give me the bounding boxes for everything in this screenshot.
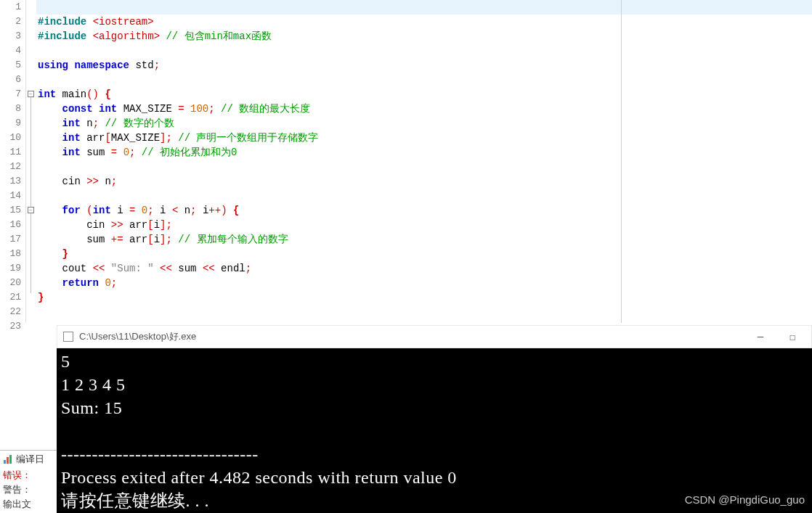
code-line[interactable]: cin >> n;: [36, 174, 812, 189]
bottom-status-panel: 编译日 错误： 警告： 输出文: [0, 450, 57, 512]
svg-rect-2: [9, 455, 12, 464]
line-number: 15: [0, 203, 21, 218]
code-text-area[interactable]: #include <iostream>#include <algorithm> …: [36, 0, 812, 323]
line-number: 20: [0, 276, 21, 290]
line-number: 2: [0, 15, 21, 29]
code-line[interactable]: [36, 305, 812, 319]
line-number: 8: [0, 102, 21, 116]
line-number: 13: [0, 174, 21, 189]
code-line[interactable]: [36, 73, 812, 87]
code-line[interactable]: [36, 0, 812, 15]
code-line[interactable]: int main() {: [36, 87, 812, 102]
line-number-gutter: 1234567891011121314151617181920212223: [0, 0, 26, 323]
console-titlebar[interactable]: C:\Users\11\Desktop\好.exe — ☐: [57, 325, 812, 348]
line-number: 21: [0, 290, 21, 305]
chart-bar-icon: [3, 454, 13, 464]
console-title-text: C:\Users\11\Desktop\好.exe: [79, 330, 742, 343]
line-number: 4: [0, 44, 21, 58]
code-line[interactable]: #include <iostream>: [36, 15, 812, 29]
line-number: 12: [0, 160, 21, 174]
watermark-text: CSDN @PingdiGuo_guo: [685, 493, 805, 506]
fold-column[interactable]: −−: [26, 0, 36, 323]
code-line[interactable]: [36, 160, 812, 174]
code-line[interactable]: [36, 44, 812, 58]
code-line[interactable]: const int MAX_SIZE = 100; // 数组的最大长度: [36, 102, 812, 116]
code-line[interactable]: [36, 319, 812, 323]
line-number: 23: [0, 319, 21, 334]
code-line[interactable]: int sum = 0; // 初始化累加和为0: [36, 145, 812, 160]
code-line[interactable]: #include <algorithm> // 包含min和max函数: [36, 29, 812, 44]
svg-rect-1: [7, 457, 9, 464]
line-number: 6: [0, 73, 21, 87]
line-number: 22: [0, 305, 21, 319]
code-line[interactable]: cout << "Sum: " << sum << endl;: [36, 261, 812, 276]
editor-split-divider[interactable]: [621, 0, 622, 323]
code-line[interactable]: sum += arr[i]; // 累加每个输入的数字: [36, 232, 812, 247]
line-number: 1: [0, 0, 21, 15]
line-number: 10: [0, 131, 21, 145]
line-number: 17: [0, 232, 21, 247]
line-number: 3: [0, 29, 21, 44]
code-line[interactable]: int n; // 数字的个数: [36, 116, 812, 131]
fold-toggle-icon[interactable]: −: [28, 91, 34, 97]
code-line[interactable]: [36, 189, 812, 203]
line-number: 14: [0, 189, 21, 203]
line-number: 18: [0, 247, 21, 261]
app-icon: [63, 332, 73, 342]
line-number: 5: [0, 58, 21, 73]
code-line[interactable]: return 0;: [36, 276, 812, 290]
console-window: C:\Users\11\Desktop\好.exe — ☐ 5 1 2 3 4 …: [57, 325, 812, 513]
code-line[interactable]: cin >> arr[i];: [36, 218, 812, 232]
output-file-label: 输出文: [0, 497, 57, 512]
error-count-label: 错误：: [0, 468, 57, 483]
warning-count-label: 警告：: [0, 483, 57, 497]
compile-log-tab[interactable]: 编译日: [0, 451, 57, 468]
code-line[interactable]: }: [36, 247, 812, 261]
code-editor[interactable]: 1234567891011121314151617181920212223 −−…: [0, 0, 812, 323]
line-number: 11: [0, 145, 21, 160]
code-line[interactable]: using namespace std;: [36, 58, 812, 73]
line-number: 7: [0, 87, 21, 102]
compile-log-label: 编译日: [16, 453, 44, 466]
fold-toggle-icon[interactable]: −: [28, 207, 34, 213]
line-number: 19: [0, 261, 21, 276]
maximize-button[interactable]: ☐: [779, 327, 805, 347]
code-line[interactable]: }: [36, 290, 812, 305]
minimize-button[interactable]: —: [747, 327, 774, 347]
code-line[interactable]: for (int i = 0; i < n; i++) {: [36, 203, 812, 218]
console-output[interactable]: 5 1 2 3 4 5 Sum: 15 --------------------…: [57, 348, 812, 513]
line-number: 16: [0, 218, 21, 232]
code-line[interactable]: int arr[MAX_SIZE]; // 声明一个数组用于存储数字: [36, 131, 812, 145]
line-number: 9: [0, 116, 21, 131]
svg-rect-0: [4, 460, 6, 464]
